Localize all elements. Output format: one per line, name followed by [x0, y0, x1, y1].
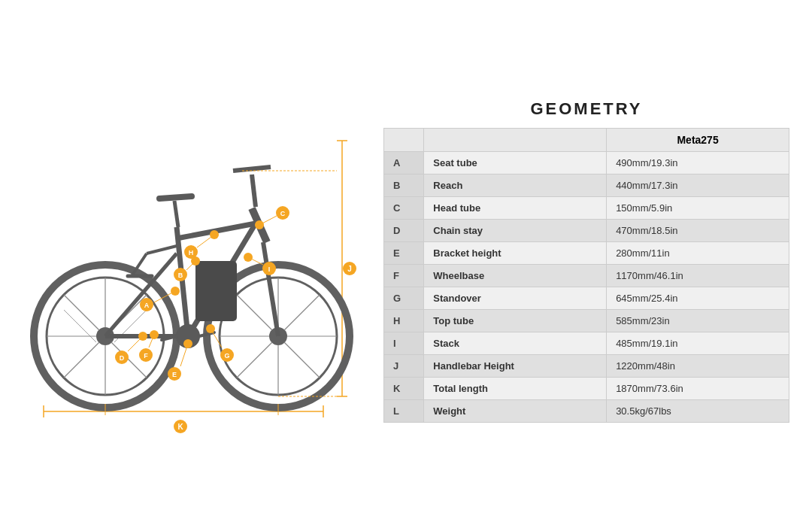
svg-line-20	[64, 342, 99, 378]
svg-line-51	[199, 332, 214, 336]
table-cell-letter: H	[384, 310, 424, 332]
table-header-letter	[384, 129, 424, 152]
table-cell-letter: L	[384, 400, 424, 423]
svg-text:B: B	[178, 272, 183, 279]
page-title: GEOMETRY	[530, 99, 642, 119]
table-cell-letter: I	[384, 332, 424, 355]
svg-text:D: D	[120, 354, 125, 362]
table-cell-name: Handlebar Height	[424, 355, 607, 378]
table-row: B Reach 440mm/17.3in	[384, 175, 789, 197]
table-header-name	[424, 129, 607, 152]
table-row: E Bracket height 280mm/11in	[384, 242, 789, 265]
svg-text:H: H	[189, 249, 194, 256]
table-cell-letter: E	[384, 242, 424, 265]
table-cell-name: Total length	[424, 378, 607, 400]
svg-text:J: J	[347, 265, 352, 273]
svg-line-32	[284, 295, 320, 330]
table-cell-value: 280mm/11in	[607, 242, 789, 265]
svg-line-30	[237, 295, 272, 330]
table-cell-name: Stack	[424, 332, 607, 355]
svg-line-40	[263, 242, 278, 336]
svg-line-57	[186, 261, 195, 270]
table-cell-letter: F	[384, 265, 424, 287]
table-cell-value: 1870mm/73.6in	[607, 378, 789, 400]
geometry-table-section: GEOMETRY Meta275 A Seat tube 490mm/19.3i…	[383, 15, 789, 507]
table-cell-name: Top tube	[424, 310, 607, 332]
svg-line-42	[233, 167, 271, 171]
svg-text:F: F	[144, 352, 148, 360]
table-cell-letter: B	[384, 175, 424, 197]
svg-text:A: A	[144, 302, 150, 309]
svg-text:K: K	[177, 423, 183, 431]
bike-diagram-section: K J	[23, 15, 368, 507]
svg-text:C: C	[280, 210, 286, 217]
svg-line-61	[259, 216, 277, 225]
table-row: F Wheelbase 1170mm/46.1in	[384, 265, 789, 287]
table-row: I Stack 485mm/19.1in	[384, 332, 789, 355]
table-cell-name: Chain stay	[424, 220, 607, 242]
table-cell-value: 150mm/5.9in	[607, 197, 789, 220]
table-header-model: Meta275	[607, 129, 789, 152]
svg-line-21	[64, 310, 96, 342]
table-cell-value: 490mm/19.3in	[607, 152, 789, 175]
table-cell-value: 440mm/17.3in	[607, 175, 789, 197]
table-cell-letter: G	[384, 287, 424, 310]
table-cell-letter: C	[384, 197, 424, 220]
svg-line-44	[159, 196, 192, 199]
table-cell-letter: A	[384, 152, 424, 175]
table-cell-value: 1220mm/48in	[607, 355, 789, 378]
table-row: C Head tube 150mm/5.9in	[384, 197, 789, 220]
table-cell-name: Seat tube	[424, 152, 607, 175]
table-cell-name: Standover	[424, 287, 607, 310]
table-cell-value: 30.5kg/67lbs	[607, 400, 789, 423]
table-cell-name: Reach	[424, 175, 607, 197]
svg-line-46	[147, 246, 177, 253]
svg-line-33	[237, 342, 272, 378]
table-row: L Weight 30.5kg/67lbs	[384, 400, 789, 423]
svg-line-17	[64, 295, 99, 330]
svg-text:G: G	[224, 352, 229, 360]
table-cell-name: Head tube	[424, 197, 607, 220]
table-cell-value: 645mm/25.4in	[607, 287, 789, 310]
bike-svg: K J	[30, 43, 361, 479]
table-cell-letter: K	[384, 378, 424, 400]
table-row: G Standover 645mm/25.4in	[384, 287, 789, 310]
table-cell-value: 1170mm/46.1in	[607, 265, 789, 287]
svg-line-41	[252, 175, 256, 207]
svg-text:I: I	[268, 266, 271, 273]
table-cell-letter: J	[384, 355, 424, 378]
table-cell-value: 585mm/23in	[607, 310, 789, 332]
table-cell-value: 470mm/18.5in	[607, 220, 789, 242]
table-cell-name: Weight	[424, 400, 607, 423]
table-row: K Total length 1870mm/73.6in	[384, 378, 789, 400]
table-row: H Top tube 585mm/23in	[384, 310, 789, 332]
svg-line-31	[284, 342, 320, 378]
table-cell-letter: D	[384, 220, 424, 242]
table-row: A Seat tube 490mm/19.3in	[384, 152, 789, 175]
svg-rect-45	[195, 261, 237, 321]
table-cell-name: Wheelbase	[424, 265, 607, 287]
table-cell-value: 485mm/19.1in	[607, 332, 789, 355]
page-container: K J	[0, 0, 812, 522]
table-cell-name: Bracket height	[424, 242, 607, 265]
svg-line-43	[174, 201, 178, 227]
geometry-table: Meta275 A Seat tube 490mm/19.3in B Reach…	[383, 128, 789, 423]
table-row: D Chain stay 470mm/18.5in	[384, 220, 789, 242]
table-row: J Handlebar Height 1220mm/48in	[384, 355, 789, 378]
svg-text:E: E	[172, 371, 177, 378]
